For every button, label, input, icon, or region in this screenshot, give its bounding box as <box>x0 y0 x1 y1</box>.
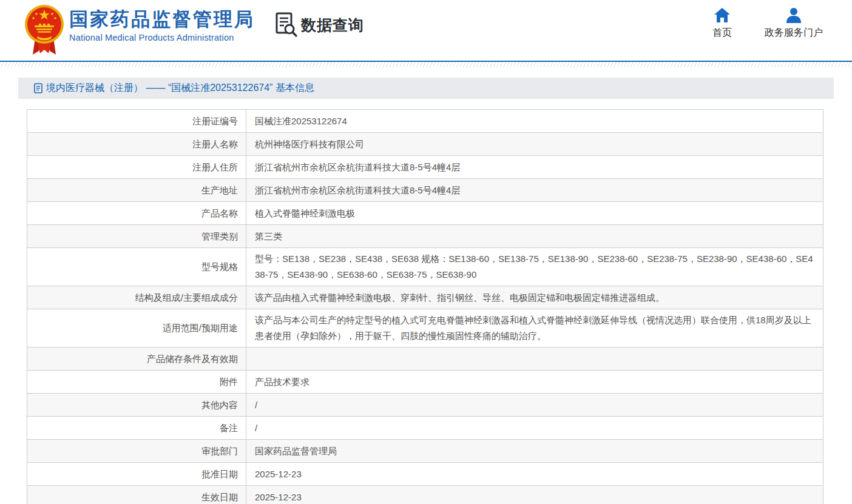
table-row: 附件产品技术要求 <box>27 371 823 394</box>
table-row: 其他内容/ <box>27 394 823 417</box>
table-row: 适用范围/预期用途该产品与本公司生产的特定型号的植入式可充电脊髓神经刺激器和植入… <box>27 309 823 348</box>
row-label: 批准日期 <box>27 463 246 486</box>
document-icon <box>34 83 42 93</box>
header-hatch-band <box>0 62 852 67</box>
table-row: 产品储存条件及有效期 <box>27 348 823 371</box>
home-icon <box>714 7 731 23</box>
row-label: 生效日期 <box>27 486 246 504</box>
table-row: 型号规格型号：SE138，SE238，SE438，SE638 规格：SE138-… <box>27 248 823 286</box>
row-label: 产品储存条件及有效期 <box>27 348 246 371</box>
row-label: 备注 <box>27 417 246 440</box>
section-title-bar: 境内医疗器械（注册） —— “国械注准20253122674” 基本信息 <box>18 78 834 99</box>
row-label: 生产地址 <box>27 179 246 202</box>
row-label: 审批部门 <box>27 440 246 463</box>
row-label: 其他内容 <box>27 394 246 417</box>
section-title-text: 境内医疗器械（注册） —— “国械注准20253122674” 基本信息 <box>46 82 314 95</box>
row-label: 附件 <box>27 371 246 394</box>
row-value: 杭州神络医疗科技有限公司 <box>246 133 823 156</box>
nmpa-emblem-logo[interactable] <box>24 2 64 59</box>
table-row: 注册人住所浙江省杭州市余杭区余杭街道科技大道8-5号4幢4层 <box>27 156 823 179</box>
row-label: 注册证编号 <box>27 110 246 133</box>
nav-item-home[interactable]: 首页 <box>712 7 732 39</box>
row-value: 该产品与本公司生产的特定型号的植入式可充电脊髓神经刺激器和植入式脊髓神经刺激延伸… <box>246 309 823 348</box>
table-row: 结构及组成/主要组成成分该产品由植入式脊髓神经刺激电极、穿刺针、指引钢丝、导丝、… <box>27 286 823 309</box>
row-label: 注册人名称 <box>27 133 246 156</box>
table-row: 批准日期2025-12-23 <box>27 463 823 486</box>
row-value: 国家药品监督管理局 <box>246 440 823 463</box>
row-value: 2025-12-23 <box>246 463 823 486</box>
site-header: 国家药品监督管理局 National Medical Products Admi… <box>0 0 852 61</box>
user-icon <box>785 7 802 23</box>
brand-title-en: National Medical Products Administration <box>69 33 255 42</box>
row-value: 该产品由植入式脊髓神经刺激电极、穿刺针、指引钢丝、导丝、电极固定锚和电极固定锚推… <box>246 286 823 309</box>
brand-block: 国家药品监督管理局 National Medical Products Admi… <box>69 8 255 42</box>
row-value <box>246 348 823 371</box>
table-row: 注册人名称杭州神络医疗科技有限公司 <box>27 133 823 156</box>
nav-home-label: 首页 <box>712 27 732 39</box>
top-nav: 首页 政务服务门户 <box>712 7 823 39</box>
row-value: 型号：SE138，SE238，SE438，SE638 规格：SE138-60，S… <box>246 248 823 286</box>
table-row: 审批部门国家药品监督管理局 <box>27 440 823 463</box>
row-value: 国械注准20253122674 <box>246 110 823 133</box>
row-value: / <box>246 417 823 440</box>
nav-gov-portal-label: 政务服务门户 <box>765 27 823 39</box>
row-value: 浙江省杭州市余杭区余杭街道科技大道8-5号4幢4层 <box>246 179 823 202</box>
table-row: 备注/ <box>27 417 823 440</box>
row-label: 适用范围/预期用途 <box>27 309 246 348</box>
row-label: 结构及组成/主要组成成分 <box>27 286 246 309</box>
table-row: 注册证编号国械注准20253122674 <box>27 110 823 133</box>
row-label: 管理类别 <box>27 225 246 248</box>
table-row: 生产地址浙江省杭州市余杭区余杭街道科技大道8-5号4幢4层 <box>27 179 823 202</box>
table-row: 管理类别第三类 <box>27 225 823 248</box>
row-value: 植入式脊髓神经刺激电极 <box>246 202 823 225</box>
table-row: 生效日期2025-12-23 <box>27 486 823 504</box>
row-label: 产品名称 <box>27 202 246 225</box>
registration-info-table: 注册证编号国械注准20253122674 注册人名称杭州神络医疗科技有限公司 注… <box>27 109 823 504</box>
table-row: 产品名称植入式脊髓神经刺激电极 <box>27 202 823 225</box>
row-value: 产品技术要求 <box>246 371 823 394</box>
row-value: / <box>246 394 823 417</box>
content-container: 境内医疗器械（注册） —— “国械注准20253122674” 基本信息 注册证… <box>18 78 834 504</box>
nav-item-gov-portal[interactable]: 政务服务门户 <box>765 7 823 39</box>
data-query-icon <box>275 12 298 38</box>
section-title: 境内医疗器械（注册） —— “国械注准20253122674” 基本信息 <box>34 82 314 95</box>
row-value: 浙江省杭州市余杭区余杭街道科技大道8-5号4幢4层 <box>246 156 823 179</box>
data-query-label: 数据查询 <box>301 15 364 35</box>
row-label: 注册人住所 <box>27 156 246 179</box>
data-query-nav[interactable]: 数据查询 <box>275 12 364 38</box>
row-label: 型号规格 <box>27 248 246 286</box>
brand-title-cn: 国家药品监督管理局 <box>69 8 255 32</box>
row-value: 第三类 <box>246 225 823 248</box>
row-value: 2025-12-23 <box>246 486 823 504</box>
